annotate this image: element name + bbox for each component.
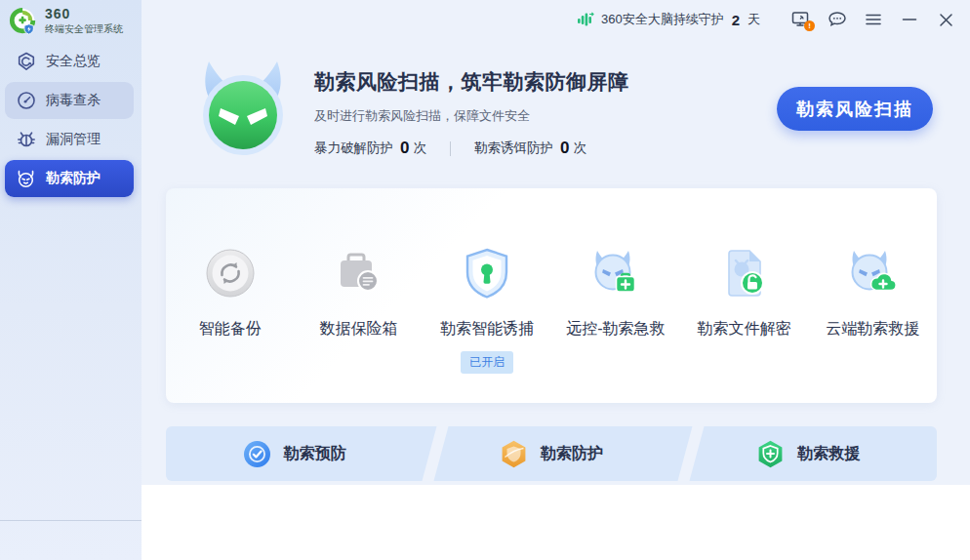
hero-text: 勒索风险扫描，筑牢勒索防御屏障 及时进行勒索风险扫描，保障文件安全 暴力破解防护… [314,68,629,158]
page-subtitle: 及时进行勒索风险扫描，保障文件安全 [314,107,629,125]
feature-label: 远控-勒索急救 [566,319,665,340]
features-card: 智能备份 数据保险箱 [166,188,937,403]
sidebar-item-label: 安全总览 [46,53,101,70]
alert-badge: ! [804,20,815,31]
feature-label: 勒索文件解密 [698,319,791,340]
sidebar-item-virus-scan[interactable]: 病毒查杀 [5,82,134,119]
brand-title: 360 [45,7,123,20]
green-hex-shield-icon [756,440,785,468]
feature-data-safe[interactable]: 数据保险箱 [295,243,424,403]
360-logo-icon [9,7,38,36]
feature-cloud-rescue[interactable]: 云端勒索救援 [808,243,937,403]
feature-label: 云端勒索救援 [826,319,919,340]
menu-icon[interactable] [863,9,884,30]
feedback-chat-icon[interactable] [827,9,848,30]
brain-guard-status: 360安全大脑持续守护 2 天 [577,11,760,29]
tab-ransomware-prevention[interactable]: 勒索预防 [166,426,423,481]
feature-smart-trap[interactable]: 勒索智能诱捕 已开启 [423,243,551,403]
stat-label: 暴力破解防护 [314,140,393,157]
stat-label: 勒索诱饵防护 [474,140,553,157]
stat-unit: 次 [413,140,426,157]
ransomware-mascot-icon [198,60,288,156]
tab-label: 勒索预防 [284,444,346,464]
sidebar-item-label: 漏洞管理 [46,131,101,148]
guard-text: 360安全大脑持续守护 [601,11,724,28]
blue-circle-check-icon [243,440,271,468]
protection-stats: 暴力破解防护 0 次 勒索诱饵防护 0 次 [314,139,629,158]
feature-file-decrypt[interactable]: 勒索文件解密 [680,243,809,403]
wave-icon [577,11,595,29]
brand-subtitle: 终端安全管理系统 [45,22,123,36]
stat-value: 0 [560,139,569,158]
sidebar-divider [0,520,141,521]
screen-alert-icon[interactable]: ! [790,9,812,30]
sidebar-item-security-overview[interactable]: 安全总览 [5,43,134,80]
tab-label: 勒索救援 [797,444,860,464]
bug-icon [16,130,36,150]
enabled-badge: 已开启 [461,351,513,374]
sidebar-item-label: 勒索防护 [46,170,101,187]
backup-sync-icon [203,243,258,303]
demon-firstaid-icon [587,243,644,303]
sidebar-item-label: 病毒查杀 [46,92,101,109]
stat-divider [450,141,451,156]
page-title: 勒索风险扫描，筑牢勒索防御屏障 [314,68,629,96]
tab-ransomware-protection[interactable]: 勒索防护 [423,426,679,481]
tab-label: 勒索防护 [541,444,603,464]
close-icon[interactable] [935,9,956,30]
tab-ransomware-rescue[interactable]: 勒索救援 [680,426,937,481]
feature-label: 勒索智能诱捕 [440,319,534,340]
main-panel: 360安全大脑持续守护 2 天 ! [141,0,970,560]
orange-hex-shield-icon [500,440,528,468]
stat-unit: 次 [573,140,586,157]
bottom-tabbar: 勒索预防 勒索防护 [166,426,937,481]
virus-scan-icon [16,91,36,111]
data-safe-icon [332,243,386,303]
shield-overview-icon [16,52,36,72]
app-window: 360 终端安全管理系统 安全总览 [0,0,970,560]
sidebar: 360 终端安全管理系统 安全总览 [0,0,141,560]
feature-label: 智能备份 [199,319,262,340]
stat-value: 0 [400,139,409,158]
file-unlock-icon [717,243,772,303]
feature-smart-backup[interactable]: 智能备份 [166,243,295,403]
titlebar: 360安全大脑持续守护 2 天 ! [141,0,970,39]
shield-keyhole-icon [460,243,514,303]
sidebar-item-ransomware-protection[interactable]: 勒索防护 [5,160,134,197]
demon-cloud-icon [844,243,901,303]
ransomware-scan-button[interactable]: 勒索风险扫描 [777,87,933,131]
app-logo: 360 终端安全管理系统 [0,0,141,36]
demon-icon [16,169,36,189]
guard-unit: 天 [748,11,760,28]
sidebar-nav: 安全总览 病毒查杀 [5,43,134,197]
feature-remote-rescue[interactable]: 远控-勒索急救 [551,243,680,403]
feature-label: 数据保险箱 [320,319,398,340]
minimize-icon[interactable] [899,9,920,30]
guard-days: 2 [732,12,740,28]
svg-text:!: ! [808,21,811,30]
sidebar-item-vuln-management[interactable]: 漏洞管理 [5,121,134,158]
